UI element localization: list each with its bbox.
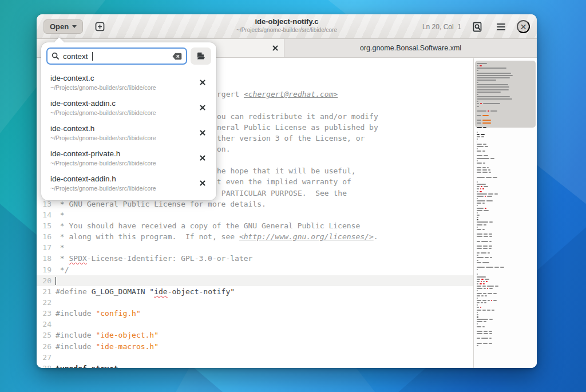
- minimap-line: [477, 86, 509, 88]
- minimap-line: [477, 215, 480, 216]
- code-line-17: 17 *: [37, 242, 473, 253]
- minimap-line: [477, 155, 488, 156]
- minimap-line: [477, 283, 485, 284]
- result-remove-button[interactable]: [197, 177, 208, 189]
- minimap-line: [477, 217, 478, 218]
- minimap-line: [477, 331, 492, 332]
- open-file-button[interactable]: [191, 47, 211, 65]
- minimap-line: [477, 110, 497, 112]
- window-subtitle: ~/Projects/gnome-builder/src/libide/core: [236, 27, 337, 33]
- minimap-line: [477, 148, 478, 149]
- minimap-line: [477, 172, 491, 173]
- result-file-name: ide-context-addin.c: [50, 99, 193, 108]
- code-line-27: 27: [37, 352, 473, 363]
- open-button[interactable]: Open: [43, 19, 83, 34]
- minimap-line: [477, 138, 478, 140]
- minimap-line: [477, 229, 485, 230]
- minimap-line: [477, 106, 479, 107]
- minimap-viewport[interactable]: [475, 61, 536, 128]
- line-number: 26: [37, 341, 52, 352]
- menu-button[interactable]: [493, 19, 508, 34]
- minimap-line: [477, 260, 478, 261]
- minimap-line: [477, 188, 484, 189]
- minimap-line: [477, 84, 508, 85]
- cursor-position: Ln 20, Col 1: [422, 23, 461, 31]
- code-line-25: 25#include "ide-object.h": [37, 330, 473, 340]
- minimap-line: [477, 248, 492, 249]
- minimap-line: [477, 314, 478, 315]
- minimap-line: [477, 304, 478, 306]
- minimap-line: [477, 101, 478, 102]
- result-remove-button[interactable]: [197, 152, 208, 164]
- search-result-row[interactable]: ide-context-private.h ~/Projects/gnome-b…: [41, 145, 216, 171]
- line-number: 16: [37, 231, 52, 242]
- line-number: 17: [37, 242, 52, 253]
- result-file-name: ide-context.h: [50, 124, 193, 133]
- window-close-button[interactable]: ✕: [517, 20, 530, 33]
- search-result-row[interactable]: ide-context-addin.c ~/Projects/gnome-bui…: [41, 95, 216, 120]
- clear-backspace-icon[interactable]: [172, 53, 182, 60]
- result-remove-button[interactable]: [197, 77, 208, 88]
- minimap-line: [477, 151, 485, 152]
- close-icon: [200, 130, 205, 136]
- search-result-row[interactable]: ide-context.c ~/Projects/gnome-builder/s…: [41, 70, 216, 95]
- minimap-line: [477, 203, 485, 204]
- tab-new-icon: [95, 22, 105, 31]
- minimap-line: [477, 269, 478, 270]
- minimap-line: [477, 70, 478, 71]
- new-tab-button[interactable]: [92, 19, 107, 34]
- document-search-button[interactable]: [470, 19, 485, 34]
- minimap-line: [477, 300, 497, 301]
- result-file-name: ide-context-addin.h: [50, 175, 193, 183]
- close-icon: [200, 105, 205, 110]
- minimap-line: [477, 127, 486, 128]
- minimap-line: [477, 82, 478, 83]
- search-result-row[interactable]: ide-context.h ~/Projects/gnome-builder/s…: [41, 120, 216, 145]
- result-file-path: ~/Projects/gnome-builder/src/libide/core: [50, 134, 193, 141]
- minimap-line: [477, 198, 478, 199]
- search-result-row[interactable]: ide-context-addin.h ~/Projects/gnome-bui…: [41, 171, 216, 196]
- tab-close-button[interactable]: [269, 42, 282, 54]
- line-number: 15: [37, 220, 52, 231]
- line-number: 22: [37, 297, 52, 308]
- line-number: 24: [37, 319, 52, 330]
- minimap-line: [477, 163, 485, 164]
- result-remove-button[interactable]: [197, 127, 208, 138]
- line-number: 18: [37, 253, 52, 264]
- document-open-icon: [196, 52, 206, 61]
- result-remove-button[interactable]: [197, 102, 208, 113]
- minimap-line: [477, 233, 492, 235]
- minimap-line: [477, 274, 478, 275]
- minimap-line: [477, 68, 506, 69]
- code-line-15: 15 * You should have received a copy of …: [37, 220, 473, 231]
- line-number: 25: [37, 330, 52, 340]
- minimap-line: [477, 262, 489, 263]
- minimap-line: [477, 345, 478, 346]
- search-input-value: context: [63, 52, 88, 61]
- close-icon: [200, 80, 205, 85]
- minimap-line: [477, 312, 478, 313]
- minimap-line: [477, 120, 491, 121]
- minimap[interactable]: [473, 58, 537, 368]
- search-input[interactable]: context: [46, 47, 187, 65]
- result-file-path: ~/Projects/gnome-builder/src/libide/core: [50, 109, 193, 116]
- minimap-line: [477, 298, 478, 299]
- minimap-line: [477, 319, 493, 320]
- minimap-line: [477, 184, 486, 185]
- header-bar: Open ide-object-notify.c ~/Projects/gnom…: [37, 14, 537, 39]
- tab-label: org.gnome.Bonsai.Software.xml: [360, 44, 461, 52]
- tab-bonsai-software-xml[interactable]: org.gnome.Bonsai.Software.xml: [284, 39, 537, 57]
- search-icon: [52, 52, 60, 60]
- result-file-path: ~/Projects/gnome-builder/src/libide/core: [50, 84, 193, 91]
- minimap-line: [477, 141, 477, 142]
- minimap-line: [477, 177, 497, 178]
- minimap-line: [477, 191, 482, 192]
- minimap-line: [477, 236, 492, 237]
- code-line-16: 16 * along with this program. If not, se…: [37, 231, 473, 242]
- minimap-line: [477, 326, 485, 327]
- close-icon: [200, 180, 205, 186]
- minimap-line: [477, 208, 486, 209]
- result-file-path: ~/Projects/gnome-builder/src/libide/core: [50, 160, 193, 167]
- code-line-19: 19 */: [37, 264, 473, 275]
- close-icon: [200, 155, 205, 161]
